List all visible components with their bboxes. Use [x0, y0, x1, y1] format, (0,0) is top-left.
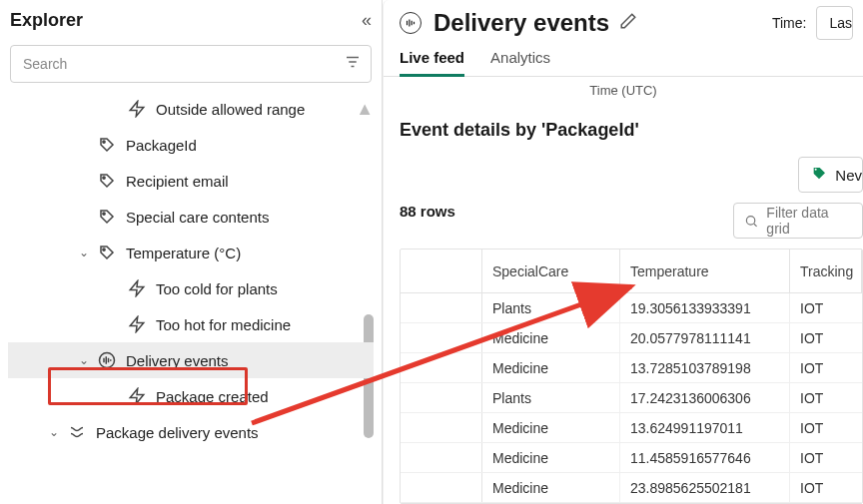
sidebar-title: Explorer	[10, 10, 83, 31]
cell-temperature: 20.0577978111141	[620, 323, 790, 352]
cell-blank	[401, 413, 482, 442]
tag-icon	[98, 244, 116, 261]
cell-temperature: 11.4585916577646	[620, 443, 790, 472]
tag-icon	[98, 172, 116, 190]
tree-item-package-created[interactable]: Package created	[8, 378, 374, 414]
topbar: Delivery events Time: Las	[384, 0, 863, 41]
cell-blank	[401, 383, 482, 412]
tree-item-label: Outside allowed range	[156, 101, 305, 118]
cell-temperature: 19.3056133933391	[620, 293, 790, 322]
cell-blank	[401, 323, 482, 352]
grid-header: SpecialCare Temperature Tracking	[401, 250, 862, 293]
chevron-down-icon[interactable]: ⌄	[76, 353, 92, 367]
tag-icon	[811, 166, 827, 185]
toolbar-row: Nev	[400, 157, 863, 193]
table-row[interactable]: Medicine13.624991197011IOT	[401, 413, 862, 443]
cell-specialcare: Medicine	[482, 443, 620, 472]
chevron-down-icon[interactable]: ⌄	[46, 425, 62, 439]
bolt-icon	[128, 315, 146, 333]
new-button[interactable]: Nev	[798, 157, 863, 193]
row-count: 88 rows	[400, 203, 455, 239]
svg-line-21	[754, 224, 757, 227]
page-title: Delivery events	[433, 9, 609, 37]
count-filter-row: 88 rows Filter data grid	[400, 203, 863, 239]
section-title: Event details by 'PackageId'	[400, 120, 863, 141]
time-utc-label: Time (UTC)	[384, 77, 863, 108]
tree-item-label: Package delivery events	[96, 424, 259, 441]
grid-header-tracking[interactable]: Tracking	[790, 250, 862, 292]
filter-icon[interactable]	[344, 53, 362, 75]
svg-point-20	[746, 216, 754, 224]
cell-tracking: IOT	[790, 413, 862, 442]
table-row[interactable]: Medicine20.0577978111141IOT	[401, 323, 862, 353]
cell-temperature: 17.2423136006306	[620, 383, 790, 412]
svg-marker-9	[130, 317, 144, 332]
bolt-icon	[128, 387, 146, 405]
tag-icon	[98, 136, 116, 154]
tree-item-delivery-events[interactable]: ⌄Delivery events	[8, 342, 374, 378]
cell-specialcare: Medicine	[482, 473, 620, 502]
time-label: Time:	[772, 15, 806, 31]
chevron-down-icon[interactable]: ⌄	[76, 246, 92, 259]
sidebar-header: Explorer «	[8, 10, 374, 45]
cell-blank	[401, 293, 482, 322]
svg-point-7	[103, 249, 105, 251]
cell-tracking: IOT	[790, 383, 862, 412]
svg-point-6	[103, 213, 105, 215]
grid-header-specialcare[interactable]: SpecialCare	[482, 250, 620, 292]
tree-item-special-care-contents[interactable]: Special care contents	[8, 199, 374, 235]
cell-temperature: 23.8985625502181	[620, 473, 790, 502]
cell-specialcare: Plants	[482, 383, 620, 412]
tree-item-too-cold-for-plants[interactable]: Too cold for plants	[8, 270, 374, 306]
cell-tracking: IOT	[790, 323, 862, 352]
flow-icon	[68, 423, 86, 441]
cell-specialcare: Medicine	[482, 323, 620, 352]
grid-header-temperature[interactable]: Temperature	[620, 250, 790, 292]
table-row[interactable]: Medicine13.7285103789198IOT	[401, 353, 862, 383]
table-row[interactable]: Plants17.2423136006306IOT	[401, 383, 862, 413]
cell-specialcare: Medicine	[482, 413, 620, 442]
cell-specialcare: Medicine	[482, 353, 620, 382]
tree-item-packageid[interactable]: PackageId	[8, 127, 374, 163]
svg-point-4	[103, 141, 105, 143]
tree: ▲ Outside allowed rangePackageIdRecipien…	[8, 91, 374, 504]
collapse-sidebar-button[interactable]: «	[362, 10, 372, 31]
search-input[interactable]	[10, 45, 372, 83]
filter-data-grid[interactable]: Filter data grid	[733, 203, 863, 239]
cell-tracking: IOT	[790, 473, 862, 502]
grid-header-blank	[401, 250, 482, 292]
content: Event details by 'PackageId' Nev 88 rows…	[384, 108, 863, 504]
tree-item-label: PackageId	[126, 137, 197, 154]
app-root: Explorer « ▲ Outside allowed rangePackag…	[0, 0, 863, 504]
bolt-icon	[128, 100, 146, 118]
bolt-icon	[128, 279, 146, 297]
tree-item-recipient-email[interactable]: Recipient email	[8, 163, 374, 199]
tree-item-package-delivery-events[interactable]: ⌄Package delivery events	[8, 414, 374, 450]
data-grid: SpecialCare Temperature Tracking Plants1…	[400, 249, 863, 504]
table-row[interactable]: Plants19.3056133933391IOT	[401, 293, 862, 323]
cell-tracking: IOT	[790, 353, 862, 382]
table-row[interactable]: Medicine23.8985625502181IOT	[401, 473, 862, 503]
svg-marker-3	[130, 102, 144, 117]
stream-icon	[98, 351, 116, 369]
cell-blank	[401, 443, 482, 472]
tree-item-label: Recipient email	[126, 173, 229, 190]
stream-icon	[400, 12, 422, 34]
cell-temperature: 13.7285103789198	[620, 353, 790, 382]
tree-item-label: Too hot for medicine	[156, 316, 291, 333]
cell-blank	[401, 473, 482, 502]
time-range-button[interactable]: Las	[816, 6, 853, 40]
tree-item-label: Too cold for plants	[156, 280, 278, 297]
edit-icon[interactable]	[619, 12, 637, 34]
tree-item-too-hot-for-medicine[interactable]: Too hot for medicine	[8, 306, 374, 342]
tab-analytics[interactable]: Analytics	[490, 41, 550, 76]
tree-item-label: Package created	[156, 388, 269, 405]
table-row[interactable]: Medicine11.4585916577646IOT	[401, 443, 862, 473]
cell-blank	[401, 353, 482, 382]
tabs: Live feed Analytics	[384, 41, 863, 77]
tab-live-feed[interactable]: Live feed	[400, 41, 464, 76]
cell-specialcare: Plants	[482, 293, 620, 322]
tree-item-outside-allowed-range[interactable]: Outside allowed range	[8, 91, 374, 127]
cell-tracking: IOT	[790, 293, 862, 322]
tree-item-temperature-c-[interactable]: ⌄Temperature (°C)	[8, 235, 374, 270]
